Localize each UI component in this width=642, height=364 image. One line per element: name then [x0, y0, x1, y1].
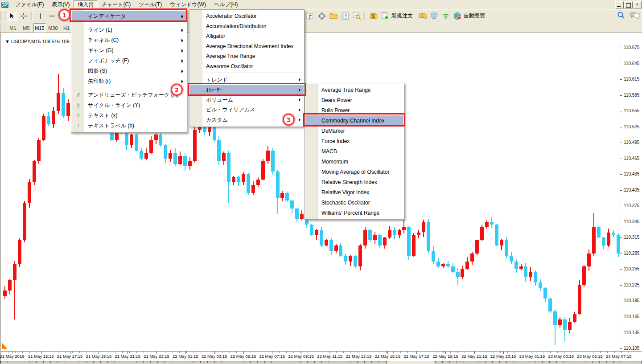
account-money-button[interactable]: $ — [368, 11, 379, 21]
menubar-item[interactable]: ツール(T) — [135, 0, 166, 9]
candle-body — [475, 240, 479, 254]
candle-body — [602, 237, 605, 245]
menu-item[interactable]: Force Index — [305, 136, 403, 146]
chart-arrows-icon — [306, 12, 314, 20]
new-order-label[interactable]: 新規注文 — [391, 12, 413, 20]
timeframe-button-m1[interactable]: M1 — [7, 23, 19, 33]
candle-body — [407, 227, 411, 256]
menubar-item[interactable]: 表示(V) — [48, 0, 74, 9]
menu-item[interactable]: MACD — [305, 146, 403, 156]
cursor-tool-button[interactable] — [7, 11, 17, 21]
data-window-button[interactable] — [340, 11, 350, 21]
price-label: 110.255 — [624, 266, 639, 271]
menu-item-label: フィボナッチ (F) — [88, 57, 129, 65]
charts-updown-button[interactable] — [305, 11, 316, 21]
menubar-item[interactable]: ファイル(F) — [11, 0, 48, 9]
menubar-item[interactable]: チャート(C) — [98, 0, 135, 9]
candle-body — [178, 156, 182, 164]
horizontal-line-tool-button[interactable] — [47, 11, 58, 21]
menu-item[interactable]: テキスト (x)A — [72, 110, 186, 121]
menu-item[interactable]: サイクル・ライン (Y)|:| — [72, 100, 186, 110]
menu-item[interactable]: Accelerator Oscillator — [190, 11, 304, 21]
auto-trading-button[interactable] — [452, 11, 463, 21]
candle-body — [28, 182, 31, 203]
submenu-arrow-icon — [299, 108, 300, 112]
menu-item[interactable]: チャネル (C) — [72, 35, 186, 45]
menu-item[interactable]: Bulls Power — [305, 105, 403, 115]
menu-item[interactable]: Awesome Oscillator — [190, 61, 304, 72]
price-axis[interactable]: 110.675110.645110.615110.585110.555110.5… — [620, 33, 642, 351]
strategy-tester-button[interactable] — [429, 11, 440, 21]
menu-item[interactable]: Stochastic Oscillator — [305, 197, 403, 208]
wifi-signal-icon — [442, 12, 450, 20]
restore-button[interactable] — [624, 1, 633, 8]
timeframe-button-m5[interactable]: M5 — [20, 23, 33, 33]
candle-body — [451, 266, 455, 272]
candle-body — [154, 135, 158, 140]
auto-trading-label[interactable]: 自動売買 — [464, 12, 485, 20]
timeframe-button-m15[interactable]: M15 — [33, 23, 46, 33]
signals-button[interactable] — [440, 11, 451, 21]
menu-item[interactable]: トレンド — [190, 75, 304, 85]
timeframe-button-m30[interactable]: M30 — [47, 23, 59, 33]
search-icon[interactable] — [617, 11, 625, 19]
step3-badge: 3 — [283, 114, 295, 126]
candle-body — [23, 203, 26, 240]
menu-item[interactable]: Average Directional Movement Index — [190, 41, 304, 52]
menubar-item[interactable]: ヘルプ(H) — [210, 0, 242, 9]
menu-item[interactable]: ｵｼﾚｰﾀｰ — [190, 85, 304, 95]
candle-body — [597, 227, 601, 238]
candle-body — [412, 235, 416, 256]
menu-item[interactable]: Alligator — [190, 31, 304, 41]
menu-item[interactable]: ギャン (G) — [72, 45, 186, 56]
terminal-button[interactable] — [417, 11, 428, 21]
lower-window-edge-left[interactable] — [0, 361, 387, 364]
menu-item[interactable]: Moving Average of Oscillator — [305, 167, 403, 177]
menu-item[interactable]: Relative Strength Index — [305, 177, 403, 187]
menu-separator — [72, 21, 186, 25]
journal-book-icon — [419, 12, 427, 20]
time-label: 23 May 07:15 — [600, 354, 638, 359]
menu-item[interactable]: Relative Vigor Index — [305, 187, 403, 197]
candle-body — [539, 282, 542, 288]
target-icon — [318, 12, 326, 20]
menu-item[interactable]: Average True Range — [305, 85, 403, 95]
menu-item[interactable]: Momentum — [305, 156, 403, 167]
candle-body — [417, 233, 420, 235]
menu-item[interactable]: DeMarker — [305, 126, 403, 136]
menu-item[interactable]: ボリューム — [190, 95, 304, 105]
menu-item[interactable]: 図形 (S) — [72, 66, 186, 76]
market-watch-button[interactable] — [351, 11, 362, 21]
price-label: 110.315 — [624, 235, 639, 240]
menu-item[interactable]: インディケータ — [72, 11, 186, 21]
menu-item[interactable]: Commodity Channel Index — [305, 115, 403, 126]
menu-item[interactable]: 矢印類 (r) — [72, 76, 186, 86]
crosshair-tool-button[interactable] — [18, 11, 29, 21]
menu-item[interactable]: ライン (L) — [72, 25, 186, 35]
text-icon: A — [74, 113, 82, 118]
timeframe-bar-grip[interactable] — [0, 24, 5, 33]
menu-item[interactable]: アンドリューズ・ピッチフォーク (A)/// — [72, 90, 186, 100]
vertical-line-tool-button[interactable] — [35, 11, 46, 21]
menubar-item[interactable]: ウィンドウ(W) — [166, 0, 210, 9]
lower-window-edge-right[interactable] — [435, 361, 642, 364]
menu-item[interactable]: Accumulation/Distribution — [190, 21, 304, 32]
chat-icon[interactable] — [630, 11, 640, 19]
menubar-item[interactable]: 挿入(I) — [74, 0, 97, 9]
candle-body — [568, 322, 572, 330]
menu-bar-items: ファイル(F)表示(V)挿入(I)チャート(C)ツール(T)ウィンドウ(W)ヘル… — [11, 0, 242, 9]
menu-item[interactable]: Williams' Percent Range — [305, 208, 403, 218]
candle-body — [18, 240, 21, 264]
new-order-button[interactable] — [380, 11, 391, 21]
menu-item[interactable]: フィボナッチ (F) — [72, 56, 186, 66]
menu-item[interactable]: テキストラベル (b)T — [72, 121, 186, 131]
toolbar-grip[interactable] — [0, 12, 5, 20]
menu-item[interactable]: Bears Power — [305, 95, 403, 105]
minimize-button[interactable] — [615, 1, 624, 8]
menu-item-label: Average True Range — [321, 87, 371, 93]
menu-item[interactable]: Average True Range — [190, 51, 304, 61]
close-button[interactable]: × — [633, 1, 642, 8]
crosshair-mode-button[interactable] — [317, 11, 327, 21]
time-axis[interactable]: 21 May 201921 May 15:1521 May 17:1521 Ma… — [1, 351, 642, 360]
templates-button[interactable] — [328, 11, 339, 21]
